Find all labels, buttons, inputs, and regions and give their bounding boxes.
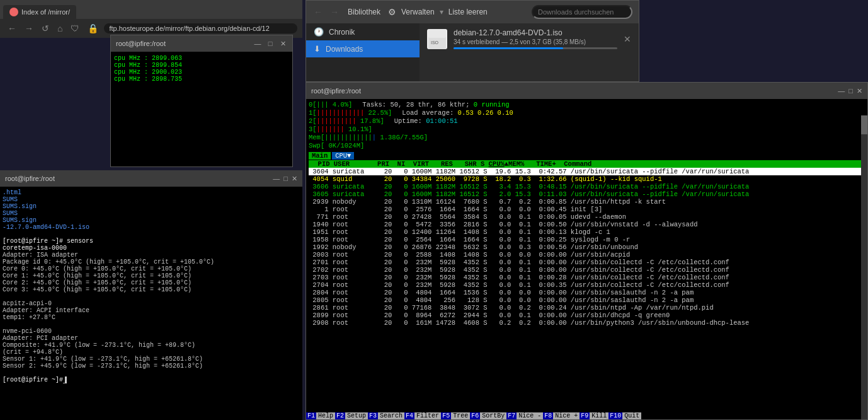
dl-file-name: debian-12.7.0-amd64-DVD-1.iso [454,28,617,37]
terminal-small-title: root@ipfire:/root [116,40,166,47]
nav-home-button[interactable]: ⌂ [55,22,65,35]
liste-leeren-button[interactable]: Liste leeren [448,8,488,16]
process-row-1940: 1940 root 20 0 5472 3356 2816 S 0.0 0.1 … [309,221,865,228]
terminal-line: Sensor 1: +41.9°C (low = -273.1°C, high … [3,356,300,363]
terminal-line: Core 3: +45.0°C (high = +105.0°C, crit =… [3,286,300,293]
terminal-left-minimize[interactable]: — [273,175,280,183]
process-row-1992: 1992 nobody 20 0 26876 22348 5632 S 0.0 … [309,243,865,251]
htop-load: Load average: 0.53 0.26 0.10 [402,109,513,117]
htop-tab-main[interactable]: Main [309,152,331,160]
htop-mem-row: Mem[||||||||||||| 1.38G/7.55G] [309,134,865,141]
terminal-left-close[interactable]: ✕ [292,175,297,183]
terminal-small-title-bar: root@ipfire:/root — □ ✕ [111,35,292,52]
cpu3-bar: 3[||||||| 10.1%] [309,125,372,133]
htop-table-header: PID USER PRI NI VIRT RES SHR S CPU%▲MEM%… [309,160,865,168]
nav-reload-button[interactable]: ↺ [39,22,52,35]
terminal-large-maximize[interactable]: □ [848,87,853,95]
terminal-line: Package id 0: +45.0°C (high = +105.0°C, … [3,259,300,265]
cpu1-bar: 1[|||||||||||| 22.5%] [309,109,392,117]
fn10[interactable]: F10Quit [608,412,641,419]
maximize-button[interactable]: □ [266,39,275,48]
terminal-left-buttons: — □ ✕ [273,175,297,183]
dl-progress-bar-container [454,47,617,49]
process-row-771: 771 root 20 0 27428 5564 3584 S 0.0 0.1 … [309,213,865,221]
fn6[interactable]: F6SortBy [470,412,506,419]
terminal-line: cpu MHz : 2898.735 [114,76,289,83]
fn3[interactable]: F3Search [368,412,404,419]
fn1[interactable]: F1Help [306,412,335,419]
dl-progress-fill [454,47,563,49]
terminal-line: (crit = +94.8°C) [3,349,300,356]
fn9[interactable]: F9Kill [580,412,608,419]
htop-tasks: Tasks: 50, 28 thr, 86 kthr; 0 running [362,101,509,108]
fn5[interactable]: F5Tree [441,412,470,419]
terminal-left-title-bar: root@ipfire:/root — □ ✕ [0,170,302,187]
terminal-line: SUMS [3,210,300,217]
process-row-1958: 1958 root 20 0 2564 1664 1664 S 0.0 0.1 … [309,236,865,243]
htop-cpu-bars: 0[||| 4.0%] Tasks: 50, 28 thr, 86 kthr; … [309,101,865,108]
terminal-left-title: root@ipfire:/root [5,175,55,182]
close-button[interactable]: ✕ [278,39,287,48]
nav-forward-button[interactable]: → [22,22,36,35]
terminal-line: temp1: +27.8°C [3,314,300,321]
sidebar-item-downloads[interactable]: ⬇ Downloads [306,40,420,57]
process-row-2702: 2702 root 20 0 232M 5928 4352 S 0.0 0.1 … [309,266,865,274]
terminal-line: .html [3,189,300,196]
sidebar-item-chronik[interactable]: 🕐 Chronik [306,23,420,40]
terminal-line: Core 0: +45.0°C (high = +105.0°C, crit =… [3,265,300,272]
address-bar[interactable]: ftp.hosteurope.de/mirror/ftp.debian.org/… [104,23,297,33]
terminal-line: nvme-pci-0600 [3,328,300,335]
terminal-left-bottom: root@ipfire:/root — □ ✕ .html SUMS SUMS.… [0,170,302,420]
dl-gear-icon[interactable]: ⚙ [388,7,396,17]
process-row-1: 1 root 20 0 2576 1664 1664 S 0.0 0.0 0:0… [309,206,865,213]
process-row-4054: 4054 squid 20 0 34384 25060 9728 S 18.2 … [309,175,865,183]
downloads-header: ← → Bibliothek ⚙ Verwalten ▾ Liste leere… [306,1,639,23]
terminal-line: cpu MHz : 2899.063 [114,55,289,62]
verwalten-arrow: ▾ [440,8,443,16]
chronik-icon: 🕐 [314,27,324,37]
terminal-large-close[interactable]: ✕ [857,87,862,95]
terminal-line: cpu MHz : 2900.023 [114,69,289,76]
terminal-large: root@ipfire:/root — □ ✕ 0[||| 4.0%] Task… [306,82,868,420]
fn4[interactable]: F4Filter [404,412,441,419]
process-row-3605: 3605 suricata 20 0 1600M 1182M 16512 S 2… [309,190,865,198]
dl-nav-back[interactable]: ← [312,6,324,18]
terminal-line: acpitz-acpi-0 [3,300,300,307]
process-row-3604: 3604 suricata 20 0 1600M 1182M 16512 S 1… [309,168,865,175]
fn8[interactable]: F8Nice + [543,412,580,419]
fn7[interactable]: F7Nice - [506,412,543,419]
process-row-2804: 2804 root 20 0 4804 1664 1536 S 0.0 0.0 … [309,289,865,296]
dl-close-button[interactable]: ✕ [624,34,631,44]
dl-file-info: debian-12.7.0-amd64-DVD-1.iso 34 s verbl… [454,28,617,49]
dl-nav-forward[interactable]: → [329,6,340,18]
process-row-2939: 2939 nobody 20 0 1310M 16124 7680 S 0.7 … [309,198,865,206]
htop-cpu2-row: 2[|||||||||| 17.8%] Uptime: 01:00:51 [309,117,865,125]
dl-search-input[interactable] [532,5,632,19]
htop-scrollbar[interactable] [861,115,867,419]
nav-back-button[interactable]: ← [5,22,19,35]
process-row-2899: 2899 root 20 0 8964 6272 2944 S 0.0 0.1 … [309,312,865,319]
tab-title: Index of /mirror/ [21,8,70,16]
verwalten-button[interactable]: Verwalten [401,8,435,16]
terminal-line [3,321,300,328]
process-row-2861: 2861 root 20 0 77168 3848 3072 S 0.0 0.2… [309,304,865,312]
minimize-button[interactable]: — [253,39,262,48]
terminal-line: [root@ipfire ~]# sensors [3,238,300,245]
browser-tabs: Index of /mirror/ [0,0,302,19]
scrollbar-thumb[interactable] [861,115,867,134]
terminal-line: cpu MHz : 2899.854 [114,62,289,69]
htop-swap-row: Swp[ 0K/1024M] [309,142,865,149]
terminal-line: Adapter: ISA adapter [3,252,300,259]
terminal-line: Adapter: ACPI interface [3,307,300,314]
terminal-line: -12.7.0-amd64-DVD-1.iso [3,224,300,231]
terminal-small-body: cpu MHz : 2899.063 cpu MHz : 2899.854 cp… [111,52,292,166]
fn2[interactable]: F2Setup [335,412,368,419]
terminal-small-buttons: — □ ✕ [253,39,287,48]
terminal-line [3,370,300,376]
terminal-left-maximize[interactable]: □ [283,175,288,183]
terminal-large-minimize[interactable]: — [838,87,845,95]
process-row-2805: 2805 root 20 0 4804 256 128 S 0.0 0.0 0:… [309,296,865,304]
terminal-line: Core 1: +45.0°C (high = +105.0°C, crit =… [3,272,300,279]
htop-tab-cpu[interactable]: CPU▼ [332,152,354,160]
browser-tab[interactable]: Index of /mirror/ [3,5,76,19]
